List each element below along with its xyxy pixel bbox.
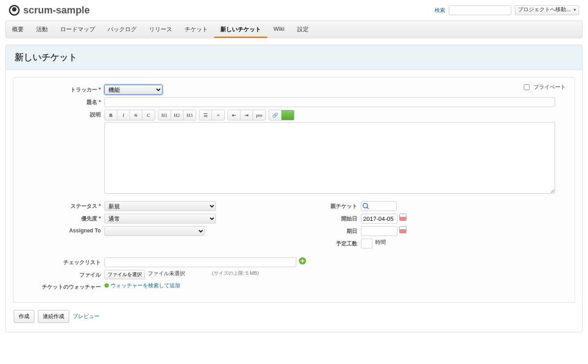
tab-tickets[interactable]: チケット (178, 21, 214, 38)
strike-button[interactable]: S (130, 110, 142, 120)
status-select[interactable]: 新規 (104, 201, 216, 211)
estimated-label: 予定工数 (294, 239, 361, 248)
file-choose-button[interactable]: ファイルを選択 (104, 270, 145, 279)
add-watcher-link[interactable]: ウォッチャーを検索して追加 (104, 282, 180, 290)
subject-input[interactable] (104, 97, 555, 107)
start-date-label: 開始日 (294, 214, 361, 223)
indent-button[interactable]: ⇥ (240, 110, 253, 120)
h3-button[interactable]: H3 (183, 110, 196, 120)
tab-roadmap[interactable]: ロードマップ (54, 21, 101, 38)
description-label: 説明 (20, 110, 104, 119)
parent-label: 親チケット (294, 201, 361, 210)
tab-new-ticket[interactable]: 新しいチケット (214, 21, 267, 38)
main-menu: 概要 活動 ロードマップ バックログ リリース チケット 新しいチケット Wik… (5, 21, 583, 38)
ul-button[interactable]: ☰ (199, 110, 212, 120)
image-button[interactable] (282, 110, 294, 120)
ticket-form: プライベート トラッカー 機能 題名 説明 B I S C (13, 77, 575, 303)
add-checklist-icon[interactable] (299, 257, 306, 265)
tab-backlog[interactable]: バックログ (101, 21, 143, 38)
pre-button[interactable]: pre (253, 110, 265, 120)
priority-select[interactable]: 通常 (104, 214, 216, 223)
code-button[interactable]: C (142, 110, 155, 120)
project-jump-label: プロジェクトへ移動... (518, 6, 571, 12)
status-label: ステータス (20, 201, 104, 210)
submit-continue-button[interactable]: 連続作成 (38, 310, 69, 323)
file-label: ファイル (20, 270, 104, 279)
tab-settings[interactable]: 設定 (291, 21, 315, 38)
search-link[interactable]: 検索 (435, 7, 445, 14)
checklist-input[interactable] (104, 257, 296, 267)
due-date-label: 期日 (294, 226, 361, 235)
h2-button[interactable]: H2 (171, 110, 183, 120)
outdent-button[interactable]: ⇤ (228, 110, 240, 120)
tab-release[interactable]: リリース (143, 21, 178, 38)
link-button[interactable]: 🔗 (269, 110, 282, 120)
submit-button[interactable]: 作成 (14, 310, 34, 323)
editor-toolbar: B I S C H1 H2 H3 ☰ ≡ ⇤ (104, 110, 568, 120)
project-name: scrum-sample (23, 4, 90, 16)
italic-button[interactable]: I (117, 110, 130, 120)
calendar-icon[interactable] (399, 214, 406, 221)
project-title: scrum-sample (9, 4, 90, 16)
ol-button[interactable]: ≡ (212, 110, 224, 120)
private-label: プライベート (534, 83, 566, 91)
private-checkbox[interactable] (524, 84, 530, 90)
assigned-label: Assigned To (20, 226, 104, 234)
tracker-select[interactable]: 機能 (104, 85, 162, 95)
file-none-text: ファイル未選択 (148, 270, 185, 277)
tracker-label: トラッカー (20, 85, 104, 94)
h1-button[interactable]: H1 (158, 110, 171, 120)
search-icon (363, 203, 369, 209)
description-textarea[interactable] (104, 122, 555, 194)
page-title: 新しいチケット (6, 45, 582, 70)
logo-icon (9, 5, 20, 16)
assigned-select[interactable] (104, 226, 205, 236)
hours-unit: 時間 (375, 239, 386, 246)
bold-button[interactable]: B (105, 110, 117, 120)
priority-label: 優先度 (20, 214, 104, 223)
watchers-label: チケットのウォッチャー (20, 282, 104, 291)
file-size-hint: (サイズの上限: 5 MB) (212, 270, 259, 277)
tab-overview[interactable]: 概要 (6, 21, 30, 38)
due-date-input[interactable] (361, 226, 398, 236)
subject-label: 題名 (20, 97, 104, 106)
search-input[interactable] (449, 5, 511, 15)
checklist-label: チェックリスト (20, 257, 104, 266)
tab-wiki[interactable]: Wiki (267, 21, 291, 38)
preview-link[interactable]: プレビュー (73, 313, 99, 320)
project-jump-select[interactable]: プロジェクトへ移動... (515, 5, 579, 15)
calendar-icon[interactable] (399, 226, 406, 233)
estimated-input[interactable] (361, 239, 373, 248)
tab-activity[interactable]: 活動 (30, 21, 54, 38)
start-date-input[interactable] (361, 214, 398, 223)
